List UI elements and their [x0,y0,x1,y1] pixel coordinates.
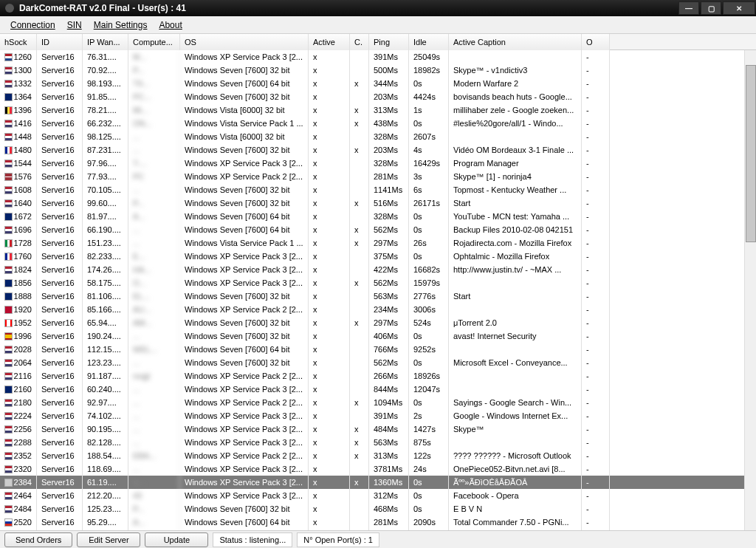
cell-ping: 328Ms [369,210,409,223]
col-idle[interactable]: Idle [409,34,449,50]
table-row[interactable]: 1544Server1697.96....T-...Windows XP Ser… [0,157,756,170]
send-orders-button[interactable]: Send Orders [4,532,72,547]
table-row[interactable]: 2160Server1660.240.......Windows XP Serv… [0,383,756,396]
update-button[interactable]: Update [145,532,208,547]
table-row[interactable]: 2520Server1695.29....A...Windows Seven [… [0,516,756,529]
table-row[interactable]: 1696Server1666.190.......Windows Seven [… [0,223,756,236]
client-grid[interactable]: hSock ID IP Wan... Compute... OS Active … [0,34,756,530]
table-row[interactable]: 1260Server1676.31....M...Windows XP Serv… [0,50,756,64]
cell-active: x [309,183,350,196]
titlebar: DarkComet-RAT v2.0 Final - User(s) : 41 … [0,0,756,16]
cell-id: Server16 [37,383,83,396]
menu-about[interactable]: About [153,18,188,32]
table-row[interactable]: 2352Server16188.54....EBA...Windows XP S… [0,449,756,462]
cell-hsock: 1480 [0,143,37,157]
cell-c: x [350,103,369,117]
table-row[interactable]: 2320Server16118.69.......Windows XP Serv… [0,462,756,476]
menu-main-settings[interactable]: Main Settings [88,18,154,32]
menubar: Connection SIN Main Settings About [0,16,756,34]
table-row[interactable]: 1672Server1681.97....A...Windows Seven [… [0,210,756,223]
col-o[interactable]: O [582,34,610,50]
cell-ip: 92.97.... [83,396,128,409]
table-row[interactable]: 2224Server1674.102.......Windows XP Serv… [0,409,756,422]
cell-active: x [309,90,350,103]
cell-ping: 562Ms [369,276,409,290]
menu-connection[interactable]: Connection [4,18,61,32]
table-row[interactable]: 1640Server1699.60....P...Windows Seven [… [0,196,756,210]
table-row[interactable]: 1996Server16190.24.......Windows Seven [… [0,329,756,343]
menu-sin[interactable]: SIN [61,18,88,32]
col-c[interactable]: C. [350,34,369,50]
minimize-button[interactable]: — [678,1,699,15]
table-row[interactable]: 2064Server16123.23.......Windows Seven [… [0,356,756,369]
cell-ping: 313Ms [369,449,409,462]
flag-icon [4,479,13,487]
cell-o: - [582,383,610,396]
table-row[interactable]: 1920Server1685.166....AU...Windows XP Se… [0,303,756,316]
table-row[interactable]: 2116Server1691.187....nogjiWindows XP Se… [0,369,756,383]
table-row[interactable]: 1728Server16151.23.......Windows Vista S… [0,236,756,250]
cell-ping: 1360Ms [369,476,409,489]
close-button[interactable]: ✕ [723,1,755,15]
scroll-thumb[interactable] [746,65,756,242]
col-compute[interactable]: Compute... [128,34,180,50]
cell-idle: 524s [409,316,449,329]
cell-hsock: 2160 [0,383,37,396]
edit-server-button[interactable]: Edit Server [77,532,140,547]
cell-o: - [582,117,610,130]
cell-hsock: 1416 [0,117,37,130]
table-row[interactable]: 1856Server1658.175....O...Windows XP Ser… [0,276,756,290]
cell-ping: 266Ms [369,369,409,383]
cell-id: Server16 [37,157,83,170]
table-row[interactable]: 1824Server16174.26....HA...Windows XP Se… [0,263,756,276]
table-row[interactable]: 2288Server1682.128.......Windows XP Serv… [0,436,756,449]
col-ip[interactable]: IP Wan... [83,34,128,50]
col-ping[interactable]: Ping [369,34,409,50]
cell-ip: 61.19.... [83,476,128,489]
table-row[interactable]: 2256Server1690.195.......Windows XP Serv… [0,422,756,436]
table-row[interactable]: 1396Server1678.21....Mi...Windows Vista … [0,103,756,117]
col-id[interactable]: ID [37,34,83,50]
cell-computer: ... [128,436,180,449]
cell-c [350,343,369,356]
maximize-button[interactable]: ▢ [701,1,721,15]
col-os[interactable]: OS [180,34,309,50]
cell-o: - [582,276,610,290]
col-active[interactable]: Active [309,34,350,50]
table-row[interactable]: 1416Server1666.232....ON...Windows Vista… [0,117,756,130]
cell-ping: 562Ms [369,223,409,236]
svg-point-0 [5,4,14,13]
table-row[interactable]: 1608Server1670.105.......Windows Seven [… [0,183,756,196]
table-row[interactable]: 2180Server1692.97.......Windows XP Servi… [0,396,756,409]
table-row[interactable]: 2028Server16112.15....WEL...Windows Seve… [0,343,756,356]
cell-hsock: 2484 [0,502,37,516]
cell-caption: Start [449,196,582,210]
cell-active: x [309,64,350,77]
cell-id: Server16 [37,276,83,290]
table-row[interactable]: 2464Server16212.20....43Windows XP Servi… [0,489,756,502]
cell-os: Windows Seven [7600] 32 bit [180,64,309,77]
table-row[interactable]: 1760Server1682.233....E...Windows XP Ser… [0,250,756,263]
cell-active: x [309,383,350,396]
cell-os: Windows Seven [7600] 32 bit [180,329,309,343]
cell-idle: 3006s [409,303,449,316]
table-row[interactable]: 1332Server1698.193....T9...Windows Seven… [0,77,756,90]
cell-caption: http://www.justin.tv/ - ~MAX ... [449,263,582,276]
col-caption[interactable]: Active Caption [449,34,582,50]
vertical-scrollbar[interactable] [744,50,756,530]
cell-c: x [350,196,369,210]
cell-o: - [582,476,610,489]
table-row[interactable]: 1576Server1677.93....PCWindows XP Servic… [0,170,756,183]
table-row[interactable]: 2484Server16125.23....P...Windows Seven … [0,502,756,516]
table-row[interactable]: 1480Server1687.231.......Windows Seven [… [0,143,756,157]
cell-hsock: 1544 [0,157,37,170]
table-row[interactable]: 1364Server1691.85....PC...Windows Seven … [0,90,756,103]
cell-id: Server16 [37,143,83,157]
table-row[interactable]: 2384Server1661.19....S...Windows XP Serv… [0,476,756,489]
col-hsock[interactable]: hSock [0,34,37,50]
table-row[interactable]: 1300Server1670.92....P...Windows Seven [… [0,64,756,77]
flag-icon [4,359,13,367]
table-row[interactable]: 1888Server1681.106....EL...Windows Seven… [0,290,756,303]
table-row[interactable]: 1952Server1665.94....AM...Windows Seven … [0,316,756,329]
table-row[interactable]: 1448Server1698.125.......Windows Vista [… [0,130,756,143]
